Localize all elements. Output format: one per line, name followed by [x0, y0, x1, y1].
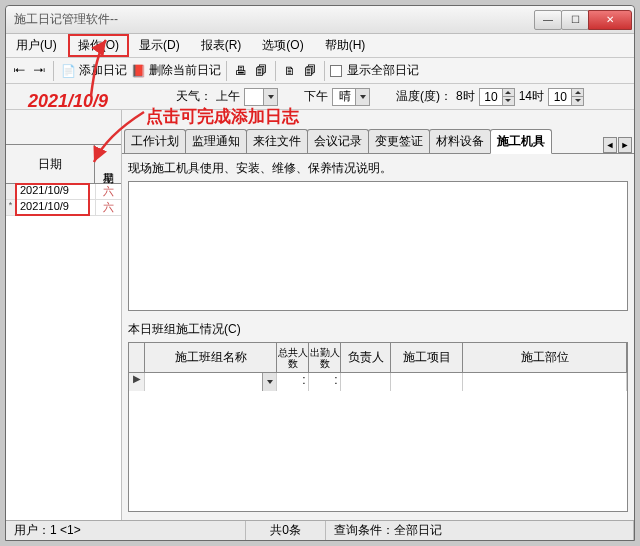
- team-table: 施工班组名称 总共人数 出勤人数 负责人 施工项目 施工部位 ▶ : :: [128, 342, 628, 512]
- tab-scroll-left[interactable]: ◄: [603, 137, 617, 153]
- nav-last-icon[interactable]: ⭲: [30, 62, 48, 80]
- th-attend: 出勤人数: [309, 343, 341, 372]
- cell-part[interactable]: [463, 373, 627, 391]
- status-query: 查询条件：全部日记: [326, 521, 634, 540]
- weather-label: 天气：: [176, 88, 212, 105]
- menu-display[interactable]: 显示(D): [129, 34, 191, 57]
- tab-material[interactable]: 材料设备: [429, 129, 491, 153]
- show-all-label: 显示全部日记: [347, 62, 419, 79]
- th-marker: [129, 343, 145, 372]
- preview-icon[interactable]: 🗐: [252, 62, 270, 80]
- tab-machinery[interactable]: 施工机具: [490, 129, 552, 154]
- chevron-down-icon: [262, 373, 276, 391]
- pm-weather-select[interactable]: 晴: [332, 88, 370, 106]
- close-button[interactable]: ✕: [588, 10, 632, 30]
- print-icon[interactable]: 🖶: [232, 62, 250, 80]
- annotation-tip: 点击可完成添加日志: [146, 105, 299, 128]
- tab-meeting[interactable]: 会议记录: [307, 129, 369, 153]
- window-buttons: — ☐ ✕: [535, 10, 632, 30]
- menu-options[interactable]: 选项(O): [252, 34, 314, 57]
- add-diary-label[interactable]: 添加日记: [79, 62, 127, 79]
- machinery-desc-label: 现场施工机具使用、安装、维修、保养情况说明。: [128, 160, 628, 177]
- tab-supervision[interactable]: 监理通知: [185, 129, 247, 153]
- temp-label: 温度(度)：: [396, 88, 452, 105]
- th-total: 总共人数: [277, 343, 309, 372]
- table-empty-area: [129, 391, 627, 511]
- th-name: 施工班组名称: [145, 343, 277, 372]
- menu-user[interactable]: 用户(U): [6, 34, 68, 57]
- time8-spinner[interactable]: 10: [479, 88, 515, 106]
- cell-leader[interactable]: [341, 373, 391, 391]
- team-title: 本日班组施工情况(C): [128, 321, 628, 338]
- menu-operate[interactable]: 操作(O): [68, 34, 129, 57]
- time14-label: 14时: [519, 88, 544, 105]
- left-header: 日期 星期: [6, 144, 121, 184]
- annotation-date: 2021/10/9: [28, 91, 108, 112]
- statusbar: 用户：1 <1> 共0条 查询条件：全部日记: [6, 520, 634, 540]
- delete-diary-icon[interactable]: 📕: [129, 62, 147, 80]
- tab-scroll: ◄ ►: [603, 137, 632, 153]
- time8-label: 8时: [456, 88, 475, 105]
- copy-icon[interactable]: 🗐: [301, 62, 319, 80]
- table-row[interactable]: ▶ : :: [129, 373, 627, 391]
- machinery-desc-textarea[interactable]: [128, 181, 628, 311]
- nav-first-icon[interactable]: ⭰: [10, 62, 28, 80]
- list-item[interactable]: * 2021/10/9 六: [6, 200, 121, 216]
- cell-total[interactable]: :: [277, 373, 309, 391]
- th-part: 施工部位: [463, 343, 627, 372]
- body-area: 天气： 上午 下午 晴 温度(度)： 8时 10 14时 10 日期 星期: [6, 84, 634, 520]
- time14-spinner[interactable]: 10: [548, 88, 584, 106]
- cell-attend[interactable]: :: [309, 373, 341, 391]
- tab-plan[interactable]: 工作计划: [124, 129, 186, 153]
- tab-files[interactable]: 来往文件: [246, 129, 308, 153]
- cell-name[interactable]: [145, 373, 277, 391]
- delete-diary-label[interactable]: 删除当前日记: [149, 62, 221, 79]
- window-title: 施工日记管理软件--: [6, 11, 535, 28]
- date-column-header: 日期: [6, 145, 95, 183]
- list-item[interactable]: 2021/10/9 六: [6, 184, 121, 200]
- show-all-checkbox[interactable]: [330, 65, 342, 77]
- app-window: 施工日记管理软件-- — ☐ ✕ 用户(U) 操作(O) 显示(D) 报表(R)…: [5, 5, 635, 541]
- add-diary-icon[interactable]: 📄: [59, 62, 77, 80]
- menu-help[interactable]: 帮助(H): [315, 34, 377, 57]
- maximize-button[interactable]: ☐: [561, 10, 589, 30]
- titlebar: 施工日记管理软件-- — ☐ ✕: [6, 6, 634, 34]
- export-icon[interactable]: 🗎: [281, 62, 299, 80]
- right-pane: 工作计划 监理通知 来往文件 会议记录 变更签证 材料设备 施工机具 ◄ ► 现…: [122, 110, 634, 520]
- tab-content: 现场施工机具使用、安装、维修、保养情况说明。 本日班组施工情况(C) 施工班组名…: [122, 154, 634, 520]
- main-row: 日期 星期 2021/10/9 六 * 2021/10/9 六: [6, 110, 634, 520]
- row-marker: ▶: [129, 373, 145, 391]
- th-leader: 负责人: [341, 343, 391, 372]
- pm-label: 下午: [304, 88, 328, 105]
- week-column-header: 星期: [95, 145, 121, 183]
- minimize-button[interactable]: —: [534, 10, 562, 30]
- status-count: 共0条: [246, 521, 326, 540]
- am-weather-select[interactable]: [244, 88, 278, 106]
- am-label: 上午: [216, 88, 240, 105]
- cell-project[interactable]: [391, 373, 463, 391]
- menubar: 用户(U) 操作(O) 显示(D) 报表(R) 选项(O) 帮助(H): [6, 34, 634, 58]
- tab-scroll-right[interactable]: ►: [618, 137, 632, 153]
- status-user: 用户：1 <1>: [6, 521, 246, 540]
- tab-change[interactable]: 变更签证: [368, 129, 430, 153]
- menu-report[interactable]: 报表(R): [191, 34, 253, 57]
- left-pane: 日期 星期 2021/10/9 六 * 2021/10/9 六: [6, 110, 122, 520]
- team-table-header: 施工班组名称 总共人数 出勤人数 负责人 施工项目 施工部位: [129, 343, 627, 373]
- tabs-row: 工作计划 监理通知 来往文件 会议记录 变更签证 材料设备 施工机具 ◄ ►: [122, 132, 634, 154]
- th-project: 施工项目: [391, 343, 463, 372]
- toolbar: ⭰ ⭲ 📄 添加日记 📕 删除当前日记 🖶 🗐 🗎 🗐 显示全部日记: [6, 58, 634, 84]
- date-list: 2021/10/9 六 * 2021/10/9 六: [6, 184, 121, 520]
